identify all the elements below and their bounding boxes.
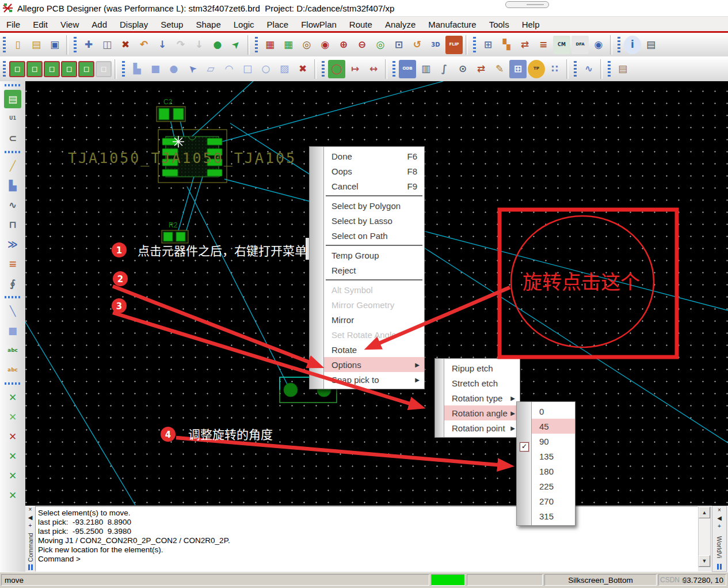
toolbar-drag-handle[interactable] (122, 61, 125, 77)
toolbar-drag-handle[interactable] (608, 61, 611, 77)
menu-item-select-by-polygon[interactable]: Select by Polygon (324, 198, 424, 213)
menu-item-rotate[interactable]: Rotate (324, 342, 424, 357)
rats-edit-icon[interactable]: ✕ (4, 447, 21, 465)
sym-pin-icon[interactable]: ▫ (26, 61, 43, 77)
menu-item-done[interactable]: DoneF6 (324, 149, 424, 164)
menu-item-ripup-etch[interactable]: Ripup etch (444, 361, 520, 375)
add-text-icon[interactable]: abc (4, 341, 21, 359)
select-tool-icon[interactable]: ➤ (184, 60, 201, 78)
drill-legend-icon[interactable]: ▥ (417, 60, 434, 78)
swap-refdes-icon[interactable]: ⇄ (472, 60, 490, 78)
zoom-selection-icon[interactable]: ⊡ (390, 36, 407, 54)
etch-edit-icon[interactable]: ▤ (4, 90, 21, 108)
constraint-manager-icon[interactable]: CM (553, 36, 570, 54)
measure-to-icon[interactable]: ↦ (346, 60, 364, 78)
zoom-out-icon[interactable]: ⊖ (353, 36, 371, 54)
redraw-icon[interactable]: ↺ (409, 36, 426, 54)
zoom-points-icon[interactable]: ◎ (298, 36, 315, 54)
net-schedule-icon[interactable]: ∿ (580, 60, 597, 78)
menu-item-135[interactable]: 135 (532, 449, 575, 464)
menu-item-rotation-angle[interactable]: Rotation angle▶ (444, 405, 520, 420)
menu-item-options[interactable]: Options▶ (324, 357, 424, 372)
shell-icon[interactable]: ● (209, 36, 226, 54)
menu-item-rotation-type[interactable]: Rotation type▶ (444, 390, 520, 405)
menu-shape[interactable]: Shape (189, 20, 227, 29)
redo-icon[interactable]: ↷ (172, 36, 189, 54)
close-icon[interactable]: × (29, 506, 32, 514)
collapse-icon[interactable]: ◀ (28, 514, 33, 522)
collapse-icon[interactable]: ◀ (717, 514, 722, 522)
menu-item-90[interactable]: 90 (532, 434, 575, 449)
shape-circle-icon[interactable]: ● (165, 60, 182, 78)
menu-item-reject[interactable]: Reject (324, 263, 424, 278)
menu-add[interactable]: Add (85, 20, 113, 29)
menu-edit[interactable]: Edit (26, 20, 54, 29)
connect-plug-icon[interactable]: ⊂ (4, 129, 21, 147)
rats-report-icon[interactable]: ✕ (4, 486, 21, 504)
toolbar-drag-handle[interactable] (618, 37, 620, 53)
edit-text-icon[interactable]: abc (4, 361, 21, 379)
menu-item-0[interactable]: 0 (532, 404, 575, 419)
report-icon[interactable]: ▤ (614, 60, 631, 78)
spread-lines-icon[interactable]: ∮ (4, 274, 21, 293)
pin-icon[interactable]: + (718, 522, 721, 530)
sym-drc-icon[interactable]: ▫ (78, 61, 94, 77)
pin-icon[interactable]: ➤ (227, 36, 245, 54)
menu-item-rotation-point[interactable]: Rotation point▶ (444, 420, 520, 435)
breakout-icon[interactable]: ≡ (4, 255, 21, 273)
unrats-board-icon[interactable]: ▦ (261, 36, 279, 54)
menu-item-315[interactable]: 315 (532, 509, 575, 523)
pin-icon[interactable]: + (29, 522, 32, 530)
new-drawing-icon[interactable]: ▯ (9, 36, 26, 54)
menu-item-select-on-path[interactable]: Select on Path (324, 228, 424, 243)
swap-symbols-icon[interactable]: ⇄ (516, 36, 533, 54)
toolbar-drag-handle[interactable] (255, 37, 258, 53)
zoom-world-icon[interactable]: ◎ (372, 36, 389, 54)
menu-item-snap-pick-to[interactable]: Snap pick to▶ (324, 372, 424, 387)
pad-array-icon[interactable]: ∷ (546, 60, 563, 78)
status-active-layer[interactable]: Silkscreen_Bottom (544, 574, 657, 586)
close-icon[interactable]: × (718, 506, 721, 514)
slide-icon[interactable]: ▙ (4, 176, 21, 195)
cross-section-icon[interactable]: ≡ (535, 36, 552, 54)
component-r2[interactable]: R2 (162, 221, 188, 243)
toolbar-drag-handle[interactable] (473, 37, 476, 53)
sym-etch-icon[interactable]: ▫ (9, 61, 25, 77)
menu-item-cancel[interactable]: CancelF9 (324, 179, 424, 194)
measure-span-icon[interactable]: ↔ (365, 60, 382, 78)
toolbar-drag-handle[interactable] (5, 382, 21, 385)
add-connect-icon[interactable]: ╱ (4, 157, 21, 175)
zoom-fit-icon[interactable]: ◉ (317, 36, 334, 54)
add-rectangle-icon[interactable]: ■ (4, 321, 21, 340)
menu-manufacture[interactable]: Manufacture (422, 20, 482, 29)
highlight-pad-icon[interactable]: ◯ (328, 60, 345, 78)
fix-tool-icon[interactable]: ∫ (436, 60, 453, 78)
menu-logic[interactable]: Logic (227, 20, 261, 29)
save-drawing-icon[interactable]: ▣ (46, 36, 63, 54)
zoom-in-icon[interactable]: ⊕ (335, 36, 352, 54)
command-tab[interactable]: × ◀ + Command (25, 506, 36, 572)
toolbar-drag-handle[interactable] (322, 61, 325, 77)
menu-route[interactable]: Route (343, 20, 379, 29)
down-rev-icon[interactable]: ↓ (154, 36, 171, 54)
toolbar-drag-handle[interactable] (5, 296, 21, 298)
menu-setup[interactable]: Setup (154, 20, 189, 29)
odb-export-icon[interactable]: ODB (399, 60, 416, 78)
toolbar-drag-handle[interactable] (574, 61, 577, 77)
toolbar-drag-handle[interactable] (392, 61, 395, 77)
add-line-icon[interactable]: ╲ (4, 302, 21, 320)
menu-item-select-by-lasso[interactable]: Select by Lasso (324, 213, 424, 228)
dfa-table-icon[interactable]: DFA (571, 36, 589, 54)
menu-item-180[interactable]: 180 (532, 464, 575, 479)
design-compare-icon[interactable]: ◉ (590, 36, 607, 54)
snapshot-icon[interactable]: ⊙ (454, 60, 471, 78)
move-icon[interactable]: ✚ (80, 36, 97, 54)
delay-tune-icon[interactable]: ∿ (4, 196, 21, 214)
shape-l-icon[interactable]: ▙ (128, 60, 146, 78)
sym-shape-icon[interactable]: ▫ (61, 61, 77, 77)
color-dialog-icon[interactable]: ▚ (498, 36, 515, 54)
open-drawing-icon[interactable]: ▤ (28, 36, 45, 54)
toolbar-drag-handle[interactable] (3, 37, 6, 53)
menu-item-oops[interactable]: OopsF8 (324, 164, 424, 179)
menu-item-225[interactable]: 225 (532, 479, 575, 494)
